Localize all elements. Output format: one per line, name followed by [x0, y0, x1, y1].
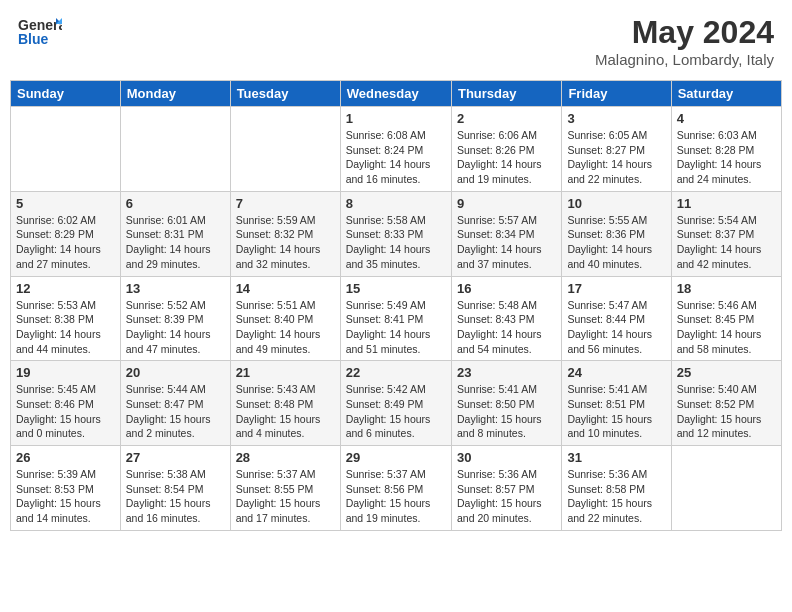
day-info: Sunrise: 5:39 AM Sunset: 8:53 PM Dayligh…: [16, 467, 115, 526]
day-number: 28: [236, 450, 335, 465]
day-info: Sunrise: 5:38 AM Sunset: 8:54 PM Dayligh…: [126, 467, 225, 526]
day-info: Sunrise: 5:52 AM Sunset: 8:39 PM Dayligh…: [126, 298, 225, 357]
day-number: 21: [236, 365, 335, 380]
logo-icon: General Blue: [18, 14, 62, 50]
day-number: 8: [346, 196, 446, 211]
day-number: 13: [126, 281, 225, 296]
calendar-week-row: 12Sunrise: 5:53 AM Sunset: 8:38 PM Dayli…: [11, 276, 782, 361]
calendar-day-cell: 5Sunrise: 6:02 AM Sunset: 8:29 PM Daylig…: [11, 191, 121, 276]
calendar-body: 1Sunrise: 6:08 AM Sunset: 8:24 PM Daylig…: [11, 107, 782, 531]
calendar-week-row: 5Sunrise: 6:02 AM Sunset: 8:29 PM Daylig…: [11, 191, 782, 276]
calendar-day-cell: 19Sunrise: 5:45 AM Sunset: 8:46 PM Dayli…: [11, 361, 121, 446]
calendar-day-cell: 8Sunrise: 5:58 AM Sunset: 8:33 PM Daylig…: [340, 191, 451, 276]
day-number: 1: [346, 111, 446, 126]
calendar-day-cell: [230, 107, 340, 192]
logo: General Blue: [18, 14, 62, 50]
day-info: Sunrise: 5:53 AM Sunset: 8:38 PM Dayligh…: [16, 298, 115, 357]
day-number: 14: [236, 281, 335, 296]
weekday-header-cell: Sunday: [11, 81, 121, 107]
calendar-day-cell: 6Sunrise: 6:01 AM Sunset: 8:31 PM Daylig…: [120, 191, 230, 276]
day-info: Sunrise: 6:08 AM Sunset: 8:24 PM Dayligh…: [346, 128, 446, 187]
calendar-week-row: 19Sunrise: 5:45 AM Sunset: 8:46 PM Dayli…: [11, 361, 782, 446]
calendar-day-cell: 27Sunrise: 5:38 AM Sunset: 8:54 PM Dayli…: [120, 446, 230, 531]
weekday-header-cell: Friday: [562, 81, 671, 107]
day-info: Sunrise: 5:45 AM Sunset: 8:46 PM Dayligh…: [16, 382, 115, 441]
day-info: Sunrise: 6:06 AM Sunset: 8:26 PM Dayligh…: [457, 128, 556, 187]
calendar-day-cell: 10Sunrise: 5:55 AM Sunset: 8:36 PM Dayli…: [562, 191, 671, 276]
calendar-day-cell: 16Sunrise: 5:48 AM Sunset: 8:43 PM Dayli…: [451, 276, 561, 361]
day-number: 31: [567, 450, 665, 465]
day-number: 2: [457, 111, 556, 126]
weekday-header-cell: Saturday: [671, 81, 781, 107]
calendar-day-cell: 11Sunrise: 5:54 AM Sunset: 8:37 PM Dayli…: [671, 191, 781, 276]
calendar-day-cell: 30Sunrise: 5:36 AM Sunset: 8:57 PM Dayli…: [451, 446, 561, 531]
calendar-day-cell: 17Sunrise: 5:47 AM Sunset: 8:44 PM Dayli…: [562, 276, 671, 361]
day-number: 30: [457, 450, 556, 465]
day-info: Sunrise: 6:01 AM Sunset: 8:31 PM Dayligh…: [126, 213, 225, 272]
location-label: Malagnino, Lombardy, Italy: [595, 51, 774, 68]
day-number: 29: [346, 450, 446, 465]
weekday-header-cell: Wednesday: [340, 81, 451, 107]
calendar-table: SundayMondayTuesdayWednesdayThursdayFrid…: [10, 80, 782, 531]
day-number: 19: [16, 365, 115, 380]
day-number: 5: [16, 196, 115, 211]
day-info: Sunrise: 5:36 AM Sunset: 8:57 PM Dayligh…: [457, 467, 556, 526]
calendar-day-cell: 15Sunrise: 5:49 AM Sunset: 8:41 PM Dayli…: [340, 276, 451, 361]
day-number: 22: [346, 365, 446, 380]
day-number: 10: [567, 196, 665, 211]
calendar-day-cell: [671, 446, 781, 531]
day-number: 15: [346, 281, 446, 296]
day-number: 20: [126, 365, 225, 380]
calendar-day-cell: 3Sunrise: 6:05 AM Sunset: 8:27 PM Daylig…: [562, 107, 671, 192]
calendar-day-cell: 13Sunrise: 5:52 AM Sunset: 8:39 PM Dayli…: [120, 276, 230, 361]
day-info: Sunrise: 5:48 AM Sunset: 8:43 PM Dayligh…: [457, 298, 556, 357]
day-number: 11: [677, 196, 776, 211]
day-info: Sunrise: 5:54 AM Sunset: 8:37 PM Dayligh…: [677, 213, 776, 272]
calendar-day-cell: 14Sunrise: 5:51 AM Sunset: 8:40 PM Dayli…: [230, 276, 340, 361]
weekday-header-cell: Tuesday: [230, 81, 340, 107]
day-number: 4: [677, 111, 776, 126]
weekday-header-cell: Thursday: [451, 81, 561, 107]
day-info: Sunrise: 5:41 AM Sunset: 8:50 PM Dayligh…: [457, 382, 556, 441]
calendar-day-cell: 22Sunrise: 5:42 AM Sunset: 8:49 PM Dayli…: [340, 361, 451, 446]
calendar-day-cell: 18Sunrise: 5:46 AM Sunset: 8:45 PM Dayli…: [671, 276, 781, 361]
calendar-day-cell: 9Sunrise: 5:57 AM Sunset: 8:34 PM Daylig…: [451, 191, 561, 276]
day-info: Sunrise: 5:42 AM Sunset: 8:49 PM Dayligh…: [346, 382, 446, 441]
calendar-day-cell: 24Sunrise: 5:41 AM Sunset: 8:51 PM Dayli…: [562, 361, 671, 446]
calendar-day-cell: 2Sunrise: 6:06 AM Sunset: 8:26 PM Daylig…: [451, 107, 561, 192]
calendar-day-cell: 28Sunrise: 5:37 AM Sunset: 8:55 PM Dayli…: [230, 446, 340, 531]
day-number: 18: [677, 281, 776, 296]
day-info: Sunrise: 5:43 AM Sunset: 8:48 PM Dayligh…: [236, 382, 335, 441]
calendar-day-cell: 25Sunrise: 5:40 AM Sunset: 8:52 PM Dayli…: [671, 361, 781, 446]
day-info: Sunrise: 6:03 AM Sunset: 8:28 PM Dayligh…: [677, 128, 776, 187]
day-info: Sunrise: 5:41 AM Sunset: 8:51 PM Dayligh…: [567, 382, 665, 441]
day-info: Sunrise: 5:47 AM Sunset: 8:44 PM Dayligh…: [567, 298, 665, 357]
calendar-week-row: 26Sunrise: 5:39 AM Sunset: 8:53 PM Dayli…: [11, 446, 782, 531]
svg-text:Blue: Blue: [18, 31, 49, 47]
day-number: 6: [126, 196, 225, 211]
day-number: 7: [236, 196, 335, 211]
calendar-day-cell: 26Sunrise: 5:39 AM Sunset: 8:53 PM Dayli…: [11, 446, 121, 531]
day-info: Sunrise: 5:40 AM Sunset: 8:52 PM Dayligh…: [677, 382, 776, 441]
day-number: 25: [677, 365, 776, 380]
day-number: 9: [457, 196, 556, 211]
day-info: Sunrise: 5:55 AM Sunset: 8:36 PM Dayligh…: [567, 213, 665, 272]
day-number: 17: [567, 281, 665, 296]
calendar-day-cell: 23Sunrise: 5:41 AM Sunset: 8:50 PM Dayli…: [451, 361, 561, 446]
day-number: 12: [16, 281, 115, 296]
day-info: Sunrise: 5:58 AM Sunset: 8:33 PM Dayligh…: [346, 213, 446, 272]
calendar-day-cell: [120, 107, 230, 192]
day-info: Sunrise: 5:51 AM Sunset: 8:40 PM Dayligh…: [236, 298, 335, 357]
calendar-day-cell: 31Sunrise: 5:36 AM Sunset: 8:58 PM Dayli…: [562, 446, 671, 531]
day-number: 24: [567, 365, 665, 380]
calendar-day-cell: 29Sunrise: 5:37 AM Sunset: 8:56 PM Dayli…: [340, 446, 451, 531]
day-number: 23: [457, 365, 556, 380]
page-header: General Blue May 2024 Malagnino, Lombard…: [10, 10, 782, 72]
day-info: Sunrise: 5:44 AM Sunset: 8:47 PM Dayligh…: [126, 382, 225, 441]
calendar-day-cell: 21Sunrise: 5:43 AM Sunset: 8:48 PM Dayli…: [230, 361, 340, 446]
day-number: 16: [457, 281, 556, 296]
calendar-day-cell: 12Sunrise: 5:53 AM Sunset: 8:38 PM Dayli…: [11, 276, 121, 361]
day-number: 27: [126, 450, 225, 465]
title-block: May 2024 Malagnino, Lombardy, Italy: [595, 14, 774, 68]
day-info: Sunrise: 5:59 AM Sunset: 8:32 PM Dayligh…: [236, 213, 335, 272]
